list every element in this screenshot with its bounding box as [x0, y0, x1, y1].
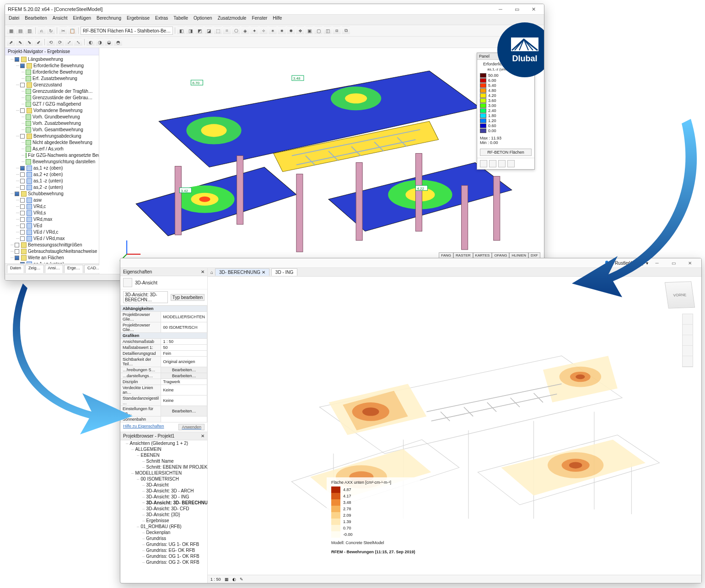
menu-item[interactable]: Zusatzmodule	[218, 16, 247, 24]
nav-tool-icon[interactable]	[683, 335, 693, 346]
toolbar-button[interactable]: ◩	[195, 27, 204, 35]
toolbar-button[interactable]: ⤢	[65, 38, 73, 46]
toolbar-button[interactable]: ◑	[96, 38, 104, 46]
panel-tool-icon[interactable]	[507, 160, 515, 167]
svg-text:4.22: 4.22	[417, 187, 424, 191]
nav-tool-icon[interactable]	[683, 346, 693, 356]
toolbar-button[interactable]: ◐	[86, 38, 95, 46]
scale-label[interactable]: 1 : 50	[210, 577, 221, 582]
toolbar-button[interactable]: ⟳	[56, 38, 64, 46]
toolbar-button[interactable]: ▥	[25, 27, 33, 35]
menu-item[interactable]: Bearbeiten	[25, 16, 47, 24]
toolbar-button[interactable]: ▢	[314, 27, 323, 35]
nav-bar[interactable]	[682, 314, 693, 367]
nav-tool-icon[interactable]	[683, 356, 693, 367]
toolbar-button[interactable]: ✧	[259, 27, 268, 35]
panel-tool-icon[interactable]	[489, 160, 496, 167]
toolbar-button[interactable]: ⬉	[16, 38, 24, 46]
svg-text:6.70: 6.70	[192, 81, 199, 85]
menu-item[interactable]: Fenster	[252, 16, 267, 24]
toolbar-button[interactable]: ◫	[323, 27, 332, 35]
menu-item[interactable]: Ergebnisse	[127, 16, 150, 24]
footer-tool-icon[interactable]: ◐	[232, 577, 236, 582]
project-browser[interactable]: Ansichten (Gliederung 1 + 2) ALLGEMEIN E…	[120, 440, 207, 583]
nav-tool-icon[interactable]	[683, 325, 693, 335]
help-link[interactable]: Hilfe zu Eigenschaften	[123, 424, 164, 430]
toolbar-button[interactable]: ⬈	[7, 38, 15, 46]
toolbar-button[interactable]: ◓	[114, 38, 122, 46]
menu-item[interactable]: Optionen	[194, 16, 212, 24]
nav-tab[interactable]: Daten	[7, 265, 24, 273]
navigator-tree[interactable]: Längsbewehrung Erforderliche Bewehrung E…	[5, 55, 99, 263]
menu-item[interactable]: Berechnung	[97, 16, 121, 24]
footer-tool-icon[interactable]: ✎	[240, 577, 243, 582]
menu-item[interactable]: Hilfe	[273, 16, 282, 24]
toolbar-button[interactable]: ✷	[278, 27, 286, 35]
toolbar-button[interactable]: ⬊	[25, 38, 33, 46]
toolbar-button[interactable]: ⬋	[34, 38, 43, 46]
toolbar-button[interactable]: ❖	[296, 27, 304, 35]
maximize-button[interactable]: ▭	[509, 5, 525, 13]
nav-tab[interactable]: Erge…	[64, 265, 83, 273]
panel-tool-icon[interactable]	[498, 160, 506, 167]
toolbar-button[interactable]: ⬚	[214, 27, 222, 35]
toolbar-button[interactable]: ▤	[16, 27, 24, 35]
cart-icon[interactable]: 🛒 ▾	[639, 261, 648, 266]
close-icon[interactable]: ✕	[201, 433, 205, 438]
properties-grid[interactable]: Abhängigkeiten Projektbrowser Glie…MODEL…	[120, 305, 207, 422]
close-button[interactable]: ✕	[526, 5, 541, 13]
toolbar-button[interactable]: ⤡	[74, 38, 82, 46]
menu-item[interactable]: Extras	[155, 16, 168, 24]
rf-beton-button[interactable]: RF-BETON Flächen	[480, 149, 532, 156]
toolbar-button[interactable]: ▣	[305, 27, 313, 35]
toolbar-combo[interactable]: RF-BETON Flächen FA1 - Stahlbeton-Be…	[81, 27, 173, 35]
nav-tab[interactable]: Ansi…	[45, 265, 64, 273]
home-icon[interactable]: ⌂	[210, 270, 213, 275]
menu-item[interactable]: Tabelle	[173, 16, 188, 24]
toolbar-button[interactable]: ✶	[269, 27, 277, 35]
footer-tool-icon[interactable]: ▦	[225, 577, 229, 582]
close-icon[interactable]: ✕	[201, 269, 205, 274]
revit-viewport[interactable]: ⌂ 3D- BERECHNUNG ✕ 3D - ING	[208, 268, 701, 583]
view-cube[interactable]: VORNE	[665, 281, 695, 308]
toolbar-button[interactable]: ✂	[59, 27, 67, 35]
toolbar-button[interactable]: ▦	[7, 27, 15, 35]
rfem-viewport[interactable]: 6.70 3.48 3.42 4.22 3.07 Panel Erforderl…	[99, 48, 544, 274]
toolbar-button[interactable]: ◈	[241, 27, 249, 35]
toolbar-button[interactable]: ◧	[177, 27, 185, 35]
menu-item[interactable]: Ansicht	[53, 16, 68, 24]
apply-button[interactable]: Anwenden	[178, 424, 205, 430]
toolbar-button[interactable]: ⎔	[232, 27, 240, 35]
close-button[interactable]: ✕	[682, 259, 698, 267]
nav-tool-icon[interactable]	[683, 314, 693, 325]
revit-titlebar: 👤 RustlerW 🛒 ▾ ─ ▭ ✕	[120, 258, 701, 268]
menu-item[interactable]: Einfügen	[73, 16, 91, 24]
nav-tab[interactable]: Zeig…	[25, 265, 44, 273]
view-tab[interactable]: 3D- BERECHNUNG ✕	[215, 268, 269, 276]
minimize-button[interactable]: ─	[493, 5, 508, 13]
navigator-tabs[interactable]: Daten Zeig… Ansi… Erge… CAD…	[5, 263, 99, 274]
toolbar-button[interactable]: ✦	[250, 27, 258, 35]
minimize-button[interactable]: ─	[649, 259, 665, 267]
panel-tool-icon[interactable]	[480, 160, 487, 167]
user-label[interactable]: RustlerW	[615, 261, 634, 266]
toolbar-button[interactable]: ⟲	[47, 38, 55, 46]
svg-point-2	[201, 124, 226, 137]
toolbar-button[interactable]: ⧉	[342, 27, 350, 35]
browser-title: Projektbrowser - Projekt1	[123, 433, 174, 438]
toolbar-button[interactable]: 📋	[68, 27, 76, 35]
toolbar-button[interactable]: ◒	[105, 38, 113, 46]
view-tab[interactable]: 3D - ING	[271, 268, 297, 276]
toolbar-button[interactable]: ↻	[47, 27, 55, 35]
view-combo[interactable]: 3D-Ansicht: 3D- BERECHN…	[123, 291, 168, 303]
type-edit-button[interactable]: Typ bearbeiten	[171, 294, 205, 301]
toolbar-button[interactable]: ◪	[205, 27, 213, 35]
maximize-button[interactable]: ▭	[666, 259, 681, 267]
toolbar-button[interactable]: ⌗	[223, 27, 231, 35]
toolbar-button[interactable]: ⎌	[38, 27, 46, 35]
toolbar-button[interactable]: ◨	[186, 27, 194, 35]
rfem-window: RFEM 5.20.02 x64 - [ConcreteSteelModel] …	[5, 4, 544, 281]
menu-item[interactable]: Datei	[9, 16, 19, 24]
toolbar-button[interactable]: ⧈	[333, 27, 341, 35]
toolbar-button[interactable]: ✸	[287, 27, 295, 35]
